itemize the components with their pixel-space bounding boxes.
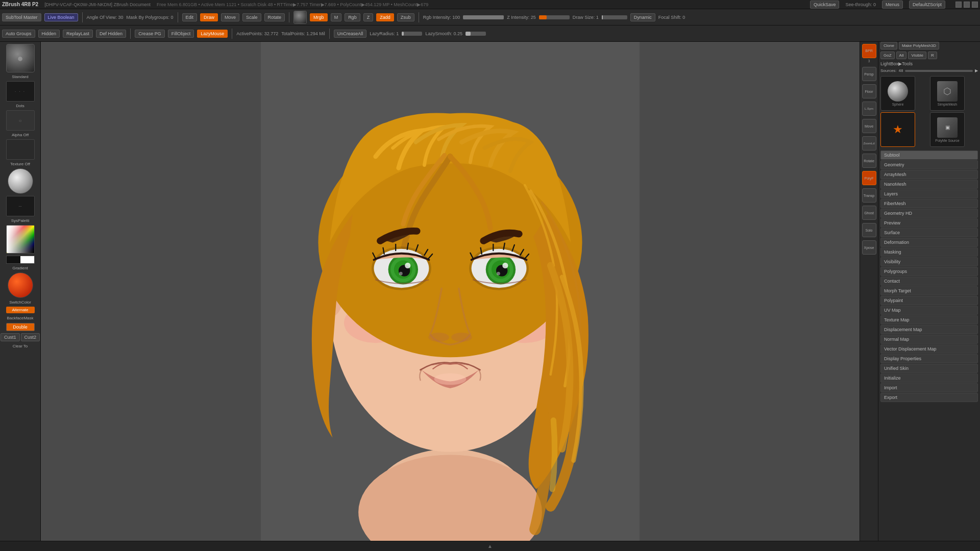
geometry-item[interactable]: Geometry: [880, 160, 978, 169]
deformation-item[interactable]: Deformation: [880, 238, 978, 247]
back-face-mask-button[interactable]: BackfaceMask: [6, 315, 34, 321]
subtool-item[interactable]: Subtool: [880, 151, 978, 160]
contact-item[interactable]: Contact: [880, 277, 978, 286]
fill-object-button[interactable]: FillObject: [168, 30, 194, 38]
rgb-intensity-slider[interactable]: [463, 15, 504, 19]
color-picker[interactable]: [6, 225, 35, 254]
sources-arrow[interactable]: ▶: [975, 68, 978, 73]
m-button[interactable]: M: [331, 13, 342, 21]
import-bottom-item[interactable]: Import: [880, 383, 978, 392]
draw-button[interactable]: Draw: [200, 13, 218, 21]
color-sphere-orange[interactable]: [8, 272, 33, 298]
persp-button[interactable]: Persp: [862, 67, 876, 81]
crease-pg-button[interactable]: Crease PG: [135, 30, 165, 38]
viewport[interactable]: [41, 42, 860, 541]
brush-preview-small[interactable]: [293, 11, 307, 24]
bw-gradient[interactable]: [6, 256, 35, 264]
display-properties-item[interactable]: Display Properties: [880, 354, 978, 363]
transp-button[interactable]: Transp: [862, 188, 876, 203]
nanomesh-item[interactable]: NanoMesh: [880, 180, 978, 189]
hidden-button[interactable]: Hidden: [38, 30, 60, 38]
clone-button[interactable]: Clone: [880, 42, 897, 49]
zadd-button[interactable]: Zadd: [376, 13, 394, 21]
maximize-button[interactable]: [964, 2, 970, 8]
dots-preview[interactable]: · · ·: [6, 81, 35, 102]
texture-map-item[interactable]: Texture Map: [880, 315, 978, 324]
lightbox-label[interactable]: LightBox▶Tools: [880, 61, 913, 66]
z-intensity-slider[interactable]: [539, 15, 570, 19]
texture-preview[interactable]: [6, 139, 35, 160]
z-button[interactable]: Z: [363, 13, 374, 21]
live-boolean-button[interactable]: Live Boolean: [44, 13, 78, 21]
lazy-smooth-slider[interactable]: [465, 32, 486, 36]
double-button[interactable]: Double: [6, 323, 35, 331]
quicksave-button[interactable]: QuickSave: [810, 1, 840, 9]
gradient-preview[interactable]: ···: [6, 196, 35, 216]
close-button[interactable]: [972, 2, 978, 8]
cust1-button[interactable]: Cust1: [1, 333, 20, 341]
auto-groups-button[interactable]: Auto Groups: [2, 30, 35, 38]
tool-thumb-polymesh[interactable]: ▣ PolyMe Source: [930, 112, 965, 147]
polygroups-item[interactable]: Polygroups: [880, 267, 978, 276]
tool-thumb-star[interactable]: ★: [880, 112, 915, 147]
rotate-button[interactable]: Rotate: [264, 13, 285, 21]
surface-item[interactable]: Surface: [880, 228, 978, 237]
ghost-button[interactable]: Ghost: [862, 206, 876, 220]
uv-map-item[interactable]: UV Map: [880, 306, 978, 315]
unified-skin-item[interactable]: Unified Skin: [880, 364, 978, 373]
scale-button[interactable]: Scale: [242, 13, 261, 21]
visible-button[interactable]: Visible: [908, 52, 926, 59]
r-button[interactable]: R: [928, 52, 937, 59]
polyf-button[interactable]: PolyF: [862, 171, 876, 185]
rgb-button[interactable]: Rgb: [345, 13, 360, 21]
morph-target-item[interactable]: Morph Target: [880, 286, 978, 295]
bpr-button[interactable]: BPR: [862, 44, 876, 58]
edit-button[interactable]: Edit: [182, 13, 198, 21]
alpha-preview[interactable]: ○: [6, 110, 35, 131]
layers-item[interactable]: Layers: [880, 189, 978, 198]
draw-size-slider[interactable]: [602, 15, 627, 19]
lsym-button[interactable]: L.Sym: [862, 102, 876, 116]
masking-item[interactable]: Masking: [880, 247, 978, 257]
vector-displacement-item[interactable]: Vector Displacement Map: [880, 344, 978, 354]
fibermesh-item[interactable]: FiberMesh: [880, 199, 978, 208]
cust2-button[interactable]: Cust2: [21, 333, 40, 341]
visibility-item[interactable]: Visibility: [880, 257, 978, 266]
polypaint-item[interactable]: Polypaint: [880, 296, 978, 305]
default-zscript-button[interactable]: DefaultZScript: [909, 1, 945, 9]
minimize-button[interactable]: [955, 2, 962, 8]
lazy-mouse-button[interactable]: LazyMouse: [197, 30, 228, 38]
initialize-item[interactable]: Initialize: [880, 373, 978, 383]
move-button[interactable]: Move: [221, 13, 239, 21]
color-sphere-white[interactable]: [8, 168, 33, 194]
all-button[interactable]: All: [896, 52, 907, 59]
geometry-hd-item[interactable]: Geometry HD: [880, 209, 978, 218]
make-polymesh-button[interactable]: Make PolyMesh3D: [899, 42, 939, 49]
clear-to-button[interactable]: Clear To: [12, 343, 29, 349]
preview-item[interactable]: Preview: [880, 218, 978, 228]
zsub-button[interactable]: Zsub: [397, 13, 414, 21]
menus-button[interactable]: Menus: [882, 1, 903, 9]
bottom-arrow[interactable]: ▲: [487, 543, 493, 549]
dynamic-button[interactable]: Dynamic: [630, 13, 655, 21]
lazy-radius-slider[interactable]: [402, 32, 422, 36]
floor-button[interactable]: Floor: [862, 84, 876, 98]
rotate-view-button[interactable]: Rotate: [862, 154, 876, 168]
replay-last-button[interactable]: ReplayLast: [63, 30, 93, 38]
def-hidden-button[interactable]: Def Hidden: [96, 30, 126, 38]
brush-preview[interactable]: ●: [6, 44, 35, 72]
goz-button[interactable]: GoZ: [880, 52, 895, 59]
subtool-master-button[interactable]: SubTool Master: [2, 13, 41, 21]
tool-thumb-sphere[interactable]: Sphere: [880, 76, 915, 111]
export-bottom-item[interactable]: Export: [880, 393, 978, 402]
uncrease-all-button[interactable]: UnCreaseAll: [334, 30, 367, 38]
solo-button[interactable]: Solo: [862, 223, 876, 237]
zoomld-button[interactable]: ZoomLd: [862, 136, 876, 151]
tool-thumb-simplemesh[interactable]: ⬡ SimpleMesh: [930, 76, 965, 111]
normal-map-item[interactable]: Normal Map: [880, 335, 978, 344]
sources-slider[interactable]: [905, 70, 973, 72]
arraymesh-item[interactable]: ArrayMesh: [880, 170, 978, 179]
xpose-button[interactable]: Xpose: [862, 240, 876, 255]
displacement-map-item[interactable]: Displacement Map: [880, 325, 978, 334]
alternate-button[interactable]: Alternate: [6, 307, 35, 313]
